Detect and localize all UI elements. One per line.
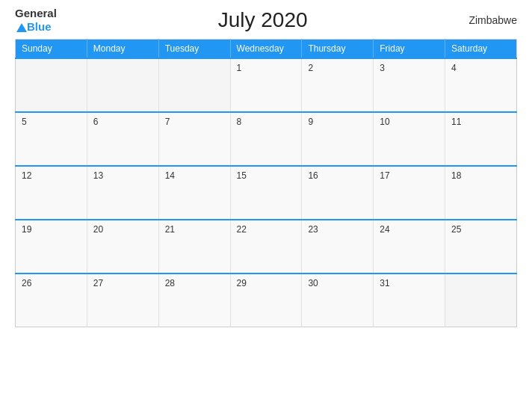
calendar-day-cell: 19 xyxy=(16,220,87,274)
calendar-day-cell: 7 xyxy=(158,112,230,166)
calendar-day-cell: 12 xyxy=(16,166,87,220)
calendar-week-row: 1234 xyxy=(16,58,517,112)
calendar-week-row: 12131415161718 xyxy=(16,166,517,220)
country-label: Zimbabwe xyxy=(468,14,517,26)
day-number: 4 xyxy=(451,63,457,73)
day-number: 22 xyxy=(237,224,247,235)
day-number: 30 xyxy=(308,278,318,288)
calendar-day-cell xyxy=(158,58,230,112)
calendar-day-cell: 22 xyxy=(230,220,302,274)
day-number: 29 xyxy=(237,278,247,288)
calendar-day-cell xyxy=(445,274,517,327)
day-number: 24 xyxy=(380,224,389,235)
calendar-day-cell: 25 xyxy=(445,220,517,274)
day-number: 14 xyxy=(165,170,175,181)
weekday-header: Monday xyxy=(87,39,158,58)
day-number: 21 xyxy=(165,224,175,235)
calendar-header: General Blue July 2020 Zimbabwe xyxy=(15,7,517,33)
calendar-day-cell xyxy=(16,58,87,112)
calendar-day-cell: 23 xyxy=(302,220,374,274)
day-number: 8 xyxy=(237,117,242,127)
calendar-day-cell: 1 xyxy=(230,58,302,112)
calendar-day-cell: 21 xyxy=(158,220,230,274)
day-number: 5 xyxy=(22,117,27,127)
logo-blue-text: Blue xyxy=(15,20,52,33)
weekday-header: Friday xyxy=(374,39,445,58)
calendar-week-row: 19202122232425 xyxy=(16,220,517,274)
calendar-day-cell xyxy=(87,58,158,112)
calendar-day-cell: 6 xyxy=(87,112,158,166)
calendar-day-cell: 11 xyxy=(445,112,517,166)
day-number: 19 xyxy=(22,224,31,235)
weekday-header: Wednesday xyxy=(230,39,302,58)
calendar-day-cell: 29 xyxy=(230,274,302,327)
calendar-week-row: 567891011 xyxy=(16,112,517,166)
day-number: 7 xyxy=(165,117,170,127)
day-number: 16 xyxy=(308,170,318,181)
calendar-week-row: 262728293031 xyxy=(16,274,517,327)
logo-general-text: General xyxy=(15,7,57,20)
calendar-day-cell: 9 xyxy=(302,112,374,166)
calendar-day-cell: 16 xyxy=(302,166,374,220)
day-number: 20 xyxy=(93,224,103,235)
weekday-header-row: SundayMondayTuesdayWednesdayThursdayFrid… xyxy=(16,39,517,58)
calendar-day-cell: 3 xyxy=(374,58,445,112)
day-number: 18 xyxy=(451,170,461,181)
day-number: 13 xyxy=(93,170,103,181)
day-number: 15 xyxy=(237,170,247,181)
calendar-day-cell: 2 xyxy=(302,58,374,112)
day-number: 23 xyxy=(308,224,318,235)
calendar-day-cell: 10 xyxy=(374,112,445,166)
logo: General Blue xyxy=(15,7,57,33)
weekday-header: Thursday xyxy=(302,39,374,58)
calendar-day-cell: 28 xyxy=(158,274,230,327)
calendar-day-cell: 8 xyxy=(230,112,302,166)
weekday-header: Sunday xyxy=(16,39,87,58)
day-number: 12 xyxy=(22,170,31,181)
calendar-day-cell: 14 xyxy=(158,166,230,220)
weekday-header: Saturday xyxy=(445,39,517,58)
day-number: 3 xyxy=(380,63,385,73)
calendar-day-cell: 26 xyxy=(16,274,87,327)
day-number: 6 xyxy=(93,117,99,127)
day-number: 1 xyxy=(237,63,242,73)
calendar-table: SundayMondayTuesdayWednesdayThursdayFrid… xyxy=(15,39,517,328)
calendar-day-cell: 31 xyxy=(374,274,445,327)
day-number: 31 xyxy=(380,278,389,288)
calendar-day-cell: 4 xyxy=(445,58,517,112)
calendar-title: July 2020 xyxy=(218,8,308,32)
calendar-day-cell: 24 xyxy=(374,220,445,274)
day-number: 27 xyxy=(93,278,103,288)
day-number: 9 xyxy=(308,117,313,127)
day-number: 28 xyxy=(165,278,175,288)
calendar-day-cell: 18 xyxy=(445,166,517,220)
day-number: 2 xyxy=(308,63,313,73)
day-number: 17 xyxy=(380,170,389,181)
calendar-day-cell: 13 xyxy=(87,166,158,220)
day-number: 25 xyxy=(451,224,461,235)
day-number: 26 xyxy=(22,278,31,288)
calendar-day-cell: 20 xyxy=(87,220,158,274)
calendar-day-cell: 17 xyxy=(374,166,445,220)
day-number: 10 xyxy=(380,117,389,127)
calendar-day-cell: 15 xyxy=(230,166,302,220)
weekday-header: Tuesday xyxy=(158,39,230,58)
day-number: 11 xyxy=(451,117,461,127)
logo-triangle-icon xyxy=(16,23,27,32)
calendar-day-cell: 5 xyxy=(16,112,87,166)
calendar-day-cell: 30 xyxy=(302,274,374,327)
calendar-day-cell: 27 xyxy=(87,274,158,327)
